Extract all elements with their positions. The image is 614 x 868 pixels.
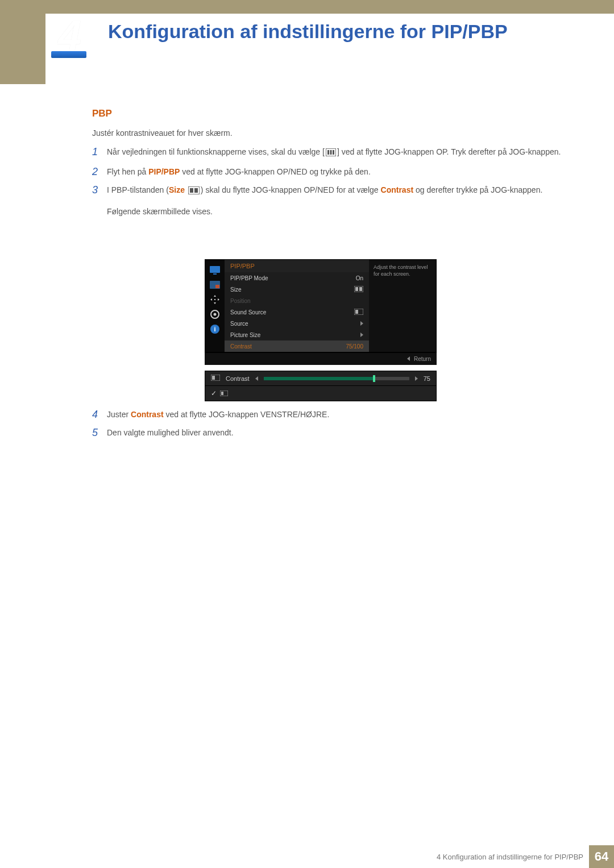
svg-rect-6 <box>194 188 198 193</box>
footer-page-number: 64 <box>589 845 614 868</box>
arrow-left-icon <box>407 356 410 361</box>
svg-text:i: i <box>214 326 215 333</box>
svg-rect-7 <box>210 266 220 273</box>
slider-fill <box>264 377 373 380</box>
slider-panel: Contrast 75 ✓ <box>205 371 437 401</box>
step-5: 5 Den valgte mulighed bliver anvendt. <box>92 426 563 440</box>
step-number: 3 <box>92 184 107 219</box>
pbp-split-icon <box>188 185 200 199</box>
slider-track <box>264 377 409 380</box>
osd-row-contrast: Contrast 75/100 <box>225 340 369 352</box>
chapter-underline <box>51 51 86 58</box>
section-heading: PBP <box>92 108 112 119</box>
steps-list: 1 Når vejledningen til funktionsknappern… <box>92 146 563 223</box>
svg-rect-21 <box>212 376 215 380</box>
arrow-right-icon <box>360 333 363 337</box>
step-number: 1 <box>92 146 107 161</box>
monitor-icon <box>209 264 221 276</box>
footer-text: 4 Konfiguration af indstillingerne for P… <box>437 853 583 861</box>
intro-text: Justér kontrastniveauet for hver skærm. <box>92 128 233 138</box>
highlight: PIP/PBP <box>148 167 180 176</box>
osd-row-sound: Sound Source <box>225 306 369 318</box>
svg-rect-19 <box>355 310 358 314</box>
osd-panel: i PIP/PBP PIP/PBP Mode On Size Position … <box>205 259 437 352</box>
page-footer: 4 Konfiguration af indstillingerne for P… <box>0 845 614 868</box>
steps-after: 4 Juster Contrast ved at flytte JOG-knap… <box>92 408 563 445</box>
svg-rect-16 <box>355 287 358 291</box>
osd-help: Adjust the contrast level for each scree… <box>369 260 436 352</box>
left-tan-bar <box>0 0 45 84</box>
slider-handle <box>373 375 375 382</box>
osd-sidebar: i <box>205 260 225 352</box>
menu-grid-icon <box>326 147 336 161</box>
slider-bottom: ✓ <box>205 385 436 401</box>
gear-icon <box>209 309 221 320</box>
svg-rect-23 <box>221 392 223 395</box>
info-icon: i <box>209 323 221 335</box>
arrow-right-icon <box>360 321 363 326</box>
step-followup: Følgende skærmbillede vises. <box>107 205 542 219</box>
step-number: 4 <box>92 408 107 422</box>
highlight: Contrast <box>131 410 164 419</box>
svg-rect-3 <box>333 150 334 155</box>
page-title: Konfiguration af indstillingerne for PIP… <box>108 20 508 43</box>
svg-point-12 <box>214 313 217 316</box>
step-4: 4 Juster Contrast ved at flytte JOG-knap… <box>92 408 563 422</box>
osd-main: PIP/PBP PIP/PBP Mode On Size Position So… <box>225 260 369 352</box>
box-left-icon <box>211 375 220 382</box>
move-icon <box>209 294 221 305</box>
step-2: 2 Flyt hen på PIP/PBP ved at flytte JOG-… <box>92 165 563 179</box>
svg-rect-2 <box>330 150 331 155</box>
osd-row-position: Position <box>225 295 369 306</box>
top-tan-bar <box>45 0 614 14</box>
osd-row-mode: PIP/PBP Mode On <box>225 272 369 284</box>
osd-screenshot: i PIP/PBP PIP/PBP Mode On Size Position … <box>205 259 437 401</box>
check-icon: ✓ <box>211 389 217 397</box>
step-text: Den valgte mulighed bliver anvendt. <box>107 426 234 440</box>
step-number: 5 <box>92 426 107 440</box>
osd-row-size: Size <box>225 284 369 295</box>
slider-value: 75 <box>424 375 430 382</box>
box-icon <box>220 388 228 398</box>
step-3: 3 I PBP-tilstanden (Size ) skal du flytt… <box>92 184 563 219</box>
slider-row: Contrast 75 <box>205 371 436 385</box>
step-number: 2 <box>92 165 107 179</box>
osd-return-bar: Return <box>205 352 437 365</box>
arrow-right-icon <box>415 376 418 381</box>
step-text: Når vejledningen til funktionsknapperne … <box>107 146 561 161</box>
osd-title: PIP/PBP <box>225 260 369 272</box>
pbp-split-icon <box>354 286 363 293</box>
svg-rect-10 <box>215 285 219 288</box>
highlight: Contrast <box>381 185 414 194</box>
osd-row-picsize: Picture Size <box>225 329 369 340</box>
svg-rect-17 <box>359 287 362 291</box>
svg-rect-5 <box>190 188 193 193</box>
slider-label: Contrast <box>226 375 250 382</box>
box-left-icon <box>354 309 363 316</box>
svg-rect-1 <box>327 150 329 155</box>
highlight: Size <box>169 185 185 194</box>
step-1: 1 Når vejledningen til funktionsknappern… <box>92 146 563 161</box>
step-text: Flyt hen på PIP/PBP ved at flytte JOG-kn… <box>107 165 371 179</box>
svg-rect-8 <box>213 273 217 275</box>
step-text: I PBP-tilstanden (Size ) skal du flytte … <box>107 184 542 219</box>
step-text: Juster Contrast ved at flytte JOG-knappe… <box>107 408 329 422</box>
arrow-left-icon <box>255 376 258 381</box>
osd-row-source: Source <box>225 318 369 329</box>
pip-icon <box>209 279 221 290</box>
